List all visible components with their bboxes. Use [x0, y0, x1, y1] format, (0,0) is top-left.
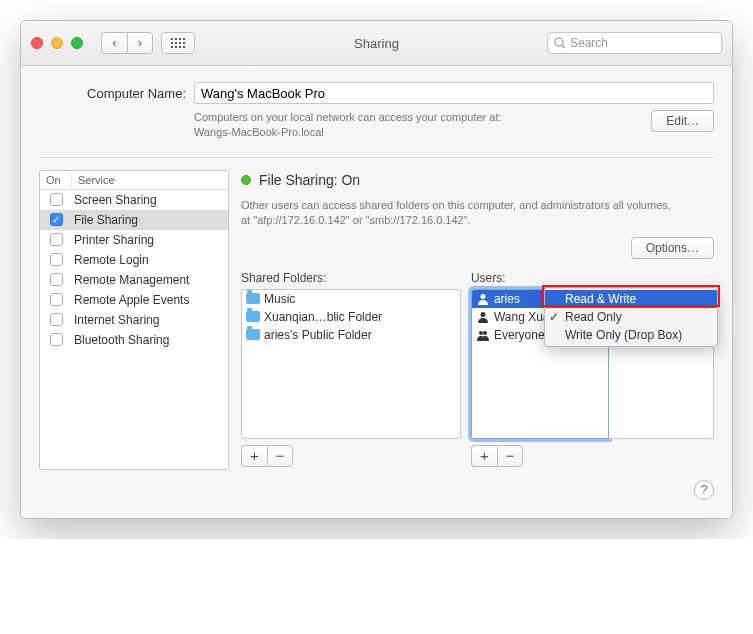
service-row[interactable]: File Sharing [40, 210, 228, 230]
svg-rect-7 [183, 42, 185, 44]
service-checkbox[interactable] [50, 233, 63, 246]
status-text: File Sharing: On [259, 172, 360, 188]
service-row[interactable]: Internet Sharing [40, 310, 228, 330]
minimize-button[interactable] [51, 37, 63, 49]
permission-dropdown[interactable]: Read & Write✓Read OnlyWrite Only (Drop B… [544, 287, 718, 347]
grid-icon [171, 38, 185, 48]
service-name: Printer Sharing [72, 233, 228, 247]
svg-point-12 [555, 38, 563, 46]
add-user-button[interactable]: + [471, 445, 497, 467]
folders-users-columns: Shared Folders: MusicXuanqian…blic Folde… [241, 271, 714, 467]
svg-rect-2 [179, 38, 181, 40]
folder-icon [246, 311, 260, 322]
search-icon [554, 37, 566, 49]
svg-rect-10 [179, 46, 181, 48]
svg-point-16 [479, 331, 483, 335]
edit-button[interactable]: Edit… [651, 110, 714, 132]
service-row[interactable]: Remote Management [40, 270, 228, 290]
folder-icon [246, 293, 260, 304]
users-label: Users: [471, 271, 714, 285]
status-dot-icon [241, 175, 251, 185]
svg-line-13 [562, 45, 565, 48]
status-line: File Sharing: On [241, 172, 714, 188]
shared-folders-label: Shared Folders: [241, 271, 461, 285]
shared-folders-list[interactable]: MusicXuanqian…blic Folderaries's Public … [241, 289, 461, 439]
detail-panel: File Sharing: On Other users can access … [241, 170, 714, 470]
svg-rect-0 [171, 38, 173, 40]
service-name: Remote Apple Events [72, 293, 228, 307]
options-button[interactable]: Options… [631, 237, 714, 259]
svg-point-17 [483, 331, 487, 335]
service-name: Bluetooth Sharing [72, 333, 228, 347]
folder-item[interactable]: aries's Public Folder [242, 326, 460, 344]
services-header: On Service [40, 171, 228, 190]
forward-button[interactable]: › [127, 32, 153, 54]
permission-option-label: Write Only (Drop Box) [565, 328, 682, 342]
zoom-button[interactable] [71, 37, 83, 49]
service-name: File Sharing [72, 213, 228, 227]
service-checkbox[interactable] [50, 253, 63, 266]
service-name: Remote Management [72, 273, 228, 287]
permission-option-label: Read Only [565, 310, 622, 324]
svg-rect-3 [183, 38, 185, 40]
help-button[interactable]: ? [694, 480, 714, 500]
service-name: Remote Login [72, 253, 228, 267]
search-placeholder: Search [570, 36, 608, 50]
user-name: aries [494, 292, 520, 306]
service-row[interactable]: Remote Login [40, 250, 228, 270]
folder-item[interactable]: Xuanqian…blic Folder [242, 308, 460, 326]
group-icon [476, 328, 490, 342]
remove-user-button[interactable]: − [497, 445, 523, 467]
search-field[interactable]: Search [547, 32, 722, 54]
show-all-button[interactable] [161, 32, 195, 54]
svg-rect-5 [175, 42, 177, 44]
folder-item[interactable]: Music [242, 290, 460, 308]
service-row[interactable]: Screen Sharing [40, 190, 228, 210]
permission-option[interactable]: Read & Write [545, 290, 717, 308]
lower-section: On Service Screen SharingFile SharingPri… [39, 170, 714, 470]
svg-rect-8 [171, 46, 173, 48]
service-checkbox[interactable] [50, 293, 63, 306]
svg-point-14 [480, 294, 485, 299]
service-name: Screen Sharing [72, 193, 228, 207]
nav-buttons: ‹ › [101, 32, 153, 54]
computer-name-subtext: Computers on your local network can acce… [194, 110, 639, 141]
service-checkbox[interactable] [50, 273, 63, 286]
permission-option-label: Read & Write [565, 292, 636, 306]
svg-point-15 [480, 312, 485, 317]
folder-name: Xuanqian…blic Folder [264, 310, 382, 324]
computer-name-input[interactable] [194, 82, 714, 104]
computer-name-label: Computer Name: [39, 82, 194, 101]
svg-rect-9 [175, 46, 177, 48]
svg-rect-11 [183, 46, 185, 48]
service-checkbox[interactable] [50, 213, 63, 226]
service-checkbox[interactable] [50, 333, 63, 346]
titlebar: ‹ › Sharing Search [21, 21, 732, 66]
remove-folder-button[interactable]: − [267, 445, 293, 467]
folder-icon [246, 329, 260, 340]
svg-rect-1 [175, 38, 177, 40]
back-button[interactable]: ‹ [101, 32, 127, 54]
sharing-prefs-window: ‹ › Sharing Search Computer Name: [20, 20, 733, 519]
service-row[interactable]: Printer Sharing [40, 230, 228, 250]
permission-option[interactable]: ✓Read Only [545, 308, 717, 326]
svg-rect-6 [179, 42, 181, 44]
close-button[interactable] [31, 37, 43, 49]
service-row[interactable]: Remote Apple Events [40, 290, 228, 310]
checkmark-icon: ✓ [549, 310, 559, 324]
computer-name-row: Computer Name: [39, 82, 714, 104]
status-description: Other users can access shared folders on… [241, 198, 671, 229]
traffic-lights [31, 37, 83, 49]
content-area: Computer Name: Computers on your local n… [21, 66, 732, 518]
service-checkbox[interactable] [50, 313, 63, 326]
service-name: Internet Sharing [72, 313, 228, 327]
svg-rect-4 [171, 42, 173, 44]
user-name: Everyone [494, 328, 545, 342]
permission-option[interactable]: Write Only (Drop Box) [545, 326, 717, 344]
person-icon [476, 310, 490, 324]
services-list[interactable]: On Service Screen SharingFile SharingPri… [39, 170, 229, 470]
folder-name: aries's Public Folder [264, 328, 372, 342]
add-folder-button[interactable]: + [241, 445, 267, 467]
service-row[interactable]: Bluetooth Sharing [40, 330, 228, 350]
service-checkbox[interactable] [50, 193, 63, 206]
